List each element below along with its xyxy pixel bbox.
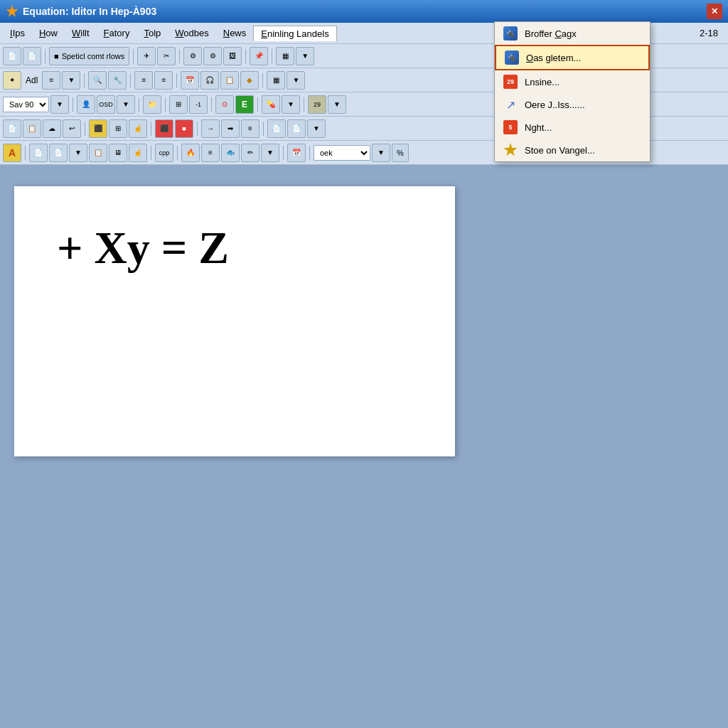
tb4-grid3[interactable]: ⊞ (109, 119, 127, 138)
tb5-cal2[interactable]: 📅 (287, 144, 306, 162)
dropdown-item-lnsine[interactable]: 29 Lnsine... (495, 70, 650, 93)
tb3-drop2[interactable]: ▼ (282, 95, 300, 114)
menu-item-how[interactable]: How (32, 26, 65, 41)
dropdown-item-oere[interactable]: ↗ Oere J..Iss...... (495, 93, 650, 116)
broffer-icon: 🔌 (503, 26, 518, 41)
app-icon (6, 5, 18, 18)
tb2-star[interactable]: ✦ (3, 71, 21, 90)
tb2-arrow-down[interactable]: ▼ (62, 71, 80, 90)
tb2-lines1[interactable]: ≡ (134, 71, 153, 90)
tb3-num[interactable]: -1 (189, 95, 208, 114)
tb3-dropdown[interactable]: ▼ (50, 95, 69, 114)
sep23 (283, 146, 284, 160)
tb3-osd-drop[interactable]: ▼ (117, 95, 135, 114)
tb5-cursor2[interactable]: ☝ (129, 144, 147, 162)
tb1-doc2[interactable]: 📄 (23, 47, 41, 65)
tb2-diamond[interactable]: ◆ (240, 71, 259, 90)
tb5-doc3[interactable]: 📄 (29, 144, 48, 162)
tb2-adjust[interactable]: 🔧 (108, 71, 127, 90)
menu-item-tolp[interactable]: Tolp (136, 26, 168, 41)
menu-item-wodbes[interactable]: Wodbes (168, 26, 215, 41)
tb4-drop4[interactable]: ▼ (307, 119, 326, 138)
tb4-doc[interactable]: 📄 (3, 119, 21, 138)
tb5-drop6[interactable]: ▼ (261, 144, 279, 162)
tb3-circle[interactable]: ⊙ (215, 95, 234, 114)
close-button[interactable]: ✕ (707, 4, 722, 19)
tb2-adl-label: Adl (23, 75, 41, 85)
tb4-red2[interactable]: ■ (175, 119, 193, 138)
tb5-percent[interactable]: % (392, 144, 409, 162)
tb5-font-drop[interactable]: ▼ (372, 144, 390, 162)
tb4-cursor[interactable]: ☝ (129, 119, 147, 138)
tb4-doc2[interactable]: 📋 (23, 119, 41, 138)
tb5-monitor[interactable]: 🖥 (109, 144, 127, 162)
tb4-cloud[interactable]: ☁ (43, 119, 61, 138)
tb5-drop5[interactable]: ▼ (69, 144, 87, 162)
tb5-fire[interactable]: 🔥 (181, 144, 200, 162)
tb1-arrow1[interactable]: ✈ (137, 47, 156, 65)
sep21 (151, 146, 151, 160)
tb4-arrow-r2[interactable]: ➡ (221, 119, 240, 138)
tb3-green-e[interactable]: E (235, 95, 254, 114)
font-select[interactable]: oek (314, 145, 370, 161)
tb2-align1[interactable]: ≡ (42, 71, 60, 90)
tb5-lines2[interactable]: ≡ (201, 144, 220, 162)
tb4-red1[interactable]: ⬛ (155, 119, 173, 138)
tb1-grid[interactable]: ▦ (276, 47, 294, 65)
tb1-special[interactable]: ■ Speticl comt rlows (49, 47, 129, 65)
menu-item-news[interactable]: News (216, 26, 254, 41)
tb1-gear2[interactable]: ⚙ (203, 47, 222, 65)
tb1-arrow-drop[interactable]: ▼ (296, 47, 314, 65)
tb2-headphone[interactable]: 🎧 (200, 71, 219, 90)
tb2-copy[interactable]: 📋 (220, 71, 239, 90)
tb3-num29[interactable]: 29 (308, 95, 326, 114)
tb4-page2[interactable]: 📄 (287, 119, 306, 138)
menu-item-ips[interactable]: IIps (3, 26, 32, 41)
tb5-doc4[interactable]: 📄 (49, 144, 68, 162)
sep24 (309, 146, 310, 160)
font-size-select[interactable]: Sav 90 (3, 97, 49, 112)
dropdown-item-oas[interactable]: 🔌 Oas gletem... (495, 45, 650, 70)
tb3-resize[interactable]: ⊞ (169, 95, 188, 114)
menu-item-willt[interactable]: Willt (65, 26, 97, 41)
tb1-doc1[interactable]: 📄 (3, 47, 21, 65)
nght-icon: 5 (503, 120, 518, 134)
dropdown-item-broffer[interactable]: 🔌 Broffer Cagx (495, 22, 650, 45)
tb2-lines2[interactable]: ≡ (154, 71, 173, 90)
sep18 (197, 122, 198, 136)
tb2-magnify[interactable]: 🔍 (88, 71, 107, 90)
oere-label: Oere J..Iss...... (525, 100, 585, 110)
equation-display: + Xy = Z (57, 222, 412, 274)
nght-label: Nght... (525, 122, 552, 133)
tb3-drop3[interactable]: ▼ (328, 95, 346, 114)
tb1-arrow2[interactable]: ✂ (157, 47, 176, 65)
broffer-label: Broffer Cagx (525, 28, 577, 39)
special-btn-label: Speticl comt rlows (62, 52, 125, 60)
tb3-pill[interactable]: 💊 (262, 95, 280, 114)
tb5-a[interactable]: A (3, 144, 21, 162)
tb2-grid2[interactable]: ▦ (267, 71, 285, 90)
sep10 (73, 97, 73, 112)
tb5-doc5[interactable]: 📋 (89, 144, 107, 162)
menu-item-fatory[interactable]: Fatory (97, 26, 137, 41)
tb3-osd[interactable]: OSD (97, 95, 115, 114)
tb4-page[interactable]: 📄 (267, 119, 286, 138)
tb5-cpp[interactable]: cpp (155, 144, 173, 162)
tb3-folder[interactable]: 📁 (143, 95, 161, 114)
sep1 (45, 49, 46, 63)
tb5-fish[interactable]: 🐟 (221, 144, 240, 162)
tb4-yellow[interactable]: ⬛ (89, 119, 107, 138)
menu-item-eninling[interactable]: Eninling Landels (253, 26, 336, 41)
tb4-arrow-r[interactable]: → (201, 119, 220, 138)
tb2-drop[interactable]: ▼ (287, 71, 305, 90)
tb1-gear[interactable]: ⚙ (183, 47, 202, 65)
tb4-lines[interactable]: ≡ (241, 119, 259, 138)
tb5-pencil[interactable]: ✏ (241, 144, 259, 162)
tb1-pin[interactable]: 📌 (250, 47, 268, 65)
tb3-person[interactable]: 👤 (77, 95, 95, 114)
dropdown-item-stoe[interactable]: Stoe on Vangel... (495, 139, 650, 161)
dropdown-item-nght[interactable]: 5 Nght... (495, 116, 650, 139)
tb4-arrow[interactable]: ↩ (63, 119, 81, 138)
tb2-cal[interactable]: 📅 (181, 71, 199, 90)
tb1-img[interactable]: 🖼 (223, 47, 242, 65)
